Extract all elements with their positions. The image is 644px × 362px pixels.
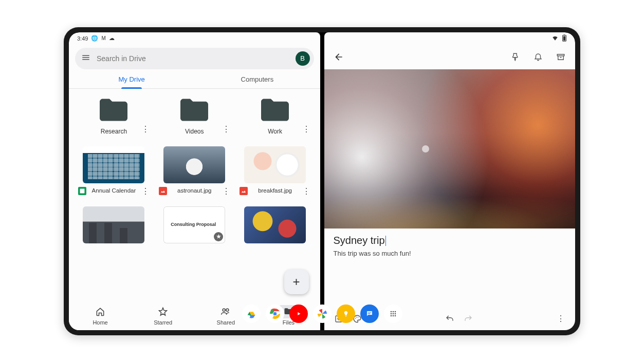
sheets-icon [78, 187, 86, 195]
nav-starred[interactable]: Starred [132, 301, 194, 330]
screen: 3:49 🌐 M ☁ B My Drive Computers [69, 32, 575, 330]
undo-icon[interactable] [440, 310, 459, 328]
all-apps-icon[interactable] [384, 304, 402, 323]
folder-icon [96, 96, 132, 124]
more-vert-icon[interactable]: ⋮ [551, 310, 570, 328]
svg-rect-1 [564, 34, 565, 35]
status-time: 3:49 [77, 35, 88, 42]
file-grid: Annual Calendar ⋮ astronaut.jpg [76, 146, 313, 196]
folder-name: Research [101, 128, 127, 135]
account-avatar[interactable]: B [296, 51, 310, 66]
tablet-frame: 3:49 🌐 M ☁ B My Drive Computers [64, 27, 580, 335]
folder-icon [257, 96, 293, 124]
more-vert-icon[interactable]: ⋮ [222, 124, 230, 134]
reminder-icon[interactable] [529, 48, 547, 66]
folder-item[interactable]: Research ⋮ [76, 96, 152, 135]
people-icon [220, 307, 231, 317]
note-title-input[interactable]: Sydney trip [334, 235, 566, 246]
status-bar-left: 3:49 🌐 M ☁ [69, 32, 320, 45]
fab-new-button[interactable]: + [284, 270, 309, 294]
image-icon [240, 187, 248, 195]
folder-grid: Research ⋮ Videos ⋮ [76, 96, 313, 135]
tab-my-drive[interactable]: My Drive [69, 75, 194, 88]
folder-icon [176, 96, 212, 124]
more-vert-icon[interactable]: ⋮ [302, 186, 310, 196]
svg-point-19 [394, 315, 396, 316]
nav-label: Starred [154, 319, 172, 326]
chrome-app-icon[interactable] [266, 304, 284, 323]
messages-app-icon[interactable] [360, 304, 379, 323]
search-input[interactable] [97, 54, 289, 63]
svg-rect-2 [563, 36, 565, 40]
status-bar-right [324, 32, 576, 45]
back-button[interactable] [329, 48, 348, 66]
star-icon [158, 307, 168, 317]
file-thumbnail [83, 146, 144, 183]
drive-tabs: My Drive Computers [69, 75, 320, 89]
image-icon [159, 187, 167, 195]
folder-name: Work [268, 128, 282, 135]
svg-point-16 [394, 313, 396, 314]
note-text-input[interactable]: This trip was so much fun! [334, 250, 566, 257]
svg-point-6 [357, 316, 358, 317]
folder-name: Videos [185, 128, 204, 135]
file-thumbnail [163, 146, 225, 183]
youtube-app-icon[interactable] [289, 304, 308, 323]
file-thumbnail [244, 146, 306, 183]
home-icon [95, 307, 105, 317]
file-thumbnail: Consulting Proposal ★ [163, 206, 225, 243]
more-vert-icon[interactable]: ⋮ [141, 124, 150, 134]
nav-label: Home [93, 319, 107, 326]
svg-point-13 [394, 311, 396, 312]
file-name: astronaut.jpg [170, 187, 219, 195]
more-vert-icon[interactable]: ⋮ [141, 186, 150, 196]
keep-toolbar [324, 45, 576, 69]
battery-icon [562, 34, 567, 43]
svg-point-15 [392, 313, 394, 314]
svg-point-17 [390, 315, 392, 316]
folder-item[interactable]: Videos ⋮ [157, 96, 232, 135]
svg-point-14 [390, 313, 392, 314]
folder-item[interactable]: Work ⋮ [237, 96, 313, 135]
file-thumbnail [83, 206, 144, 243]
cloud-icon: ☁ [109, 35, 115, 42]
file-item[interactable]: breakfast.jpg ⋮ [237, 146, 313, 196]
more-vert-icon[interactable]: ⋮ [222, 186, 230, 196]
split-screen: 3:49 🌐 M ☁ B My Drive Computers [69, 32, 575, 330]
photos-app-icon[interactable] [313, 304, 332, 323]
more-vert-icon[interactable]: ⋮ [302, 124, 310, 134]
wifi-icon [551, 34, 559, 43]
hamburger-icon[interactable] [81, 53, 90, 64]
nav-home[interactable]: Home [69, 301, 132, 330]
svg-point-10 [273, 312, 276, 315]
file-name: breakfast.jpg [251, 187, 300, 195]
note-image[interactable] [324, 69, 576, 228]
star-badge-icon: ★ [214, 232, 223, 241]
svg-point-4 [355, 318, 356, 319]
archive-icon[interactable] [551, 48, 570, 66]
keep-app-icon[interactable] [337, 304, 355, 323]
file-item[interactable] [76, 206, 152, 243]
file-item[interactable]: Annual Calendar ⋮ [76, 146, 152, 196]
drive-app-icon[interactable] [242, 304, 261, 323]
file-name: Annual Calendar [89, 187, 138, 195]
drive-search-bar[interactable]: B [75, 48, 314, 69]
file-thumbnail [244, 206, 306, 243]
globe-icon: 🌐 [91, 35, 98, 42]
svg-point-18 [392, 315, 394, 316]
file-item[interactable]: Consulting Proposal ★ [157, 206, 232, 243]
drive-content[interactable]: Research ⋮ Videos ⋮ [69, 89, 320, 300]
svg-point-12 [392, 311, 394, 312]
gmail-icon: M [101, 35, 105, 41]
file-item[interactable] [237, 206, 313, 243]
drive-pane: 3:49 🌐 M ☁ B My Drive Computers [69, 32, 320, 330]
file-grid: Consulting Proposal ★ [76, 206, 313, 243]
tab-computers[interactable]: Computers [194, 75, 320, 88]
note-body[interactable]: Sydney trip This trip was so much fun! [324, 228, 576, 308]
redo-icon[interactable] [459, 310, 477, 328]
nav-label: Shared [217, 319, 235, 326]
pin-icon[interactable] [506, 48, 525, 66]
svg-point-11 [390, 311, 392, 312]
keep-pane: Sydney trip This trip was so much fun! [324, 32, 576, 330]
file-item[interactable]: astronaut.jpg ⋮ [157, 146, 232, 196]
